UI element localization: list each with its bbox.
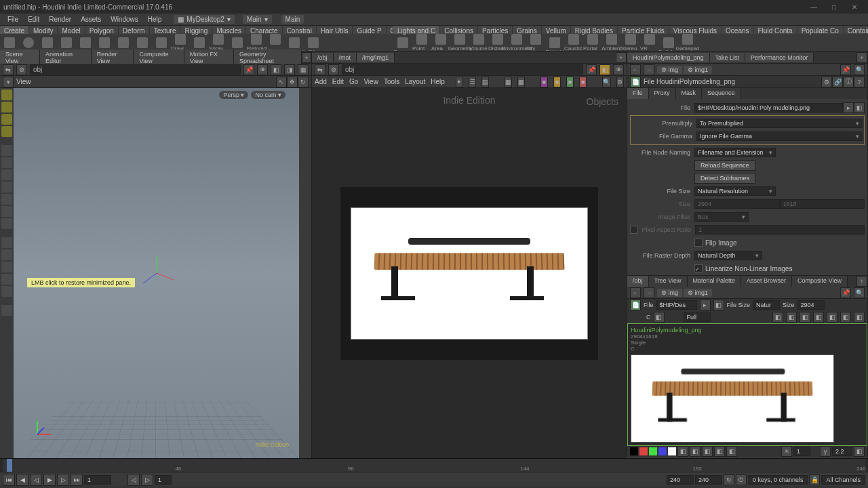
c4-icon[interactable]: ■ — [579, 77, 587, 87]
tool-portal[interactable]: Portal Light — [583, 34, 602, 52]
scene-path-input[interactable] — [30, 64, 241, 75]
plus-icon[interactable]: + — [856, 52, 867, 63]
desktop-selector[interactable]: ▦ MyDesktop2 ▾ — [174, 15, 235, 24]
c1-icon[interactable]: ■ — [540, 77, 548, 87]
bc-img1[interactable]: ⚙ img1 — [684, 66, 712, 74]
scale-tool[interactable] — [1, 126, 12, 137]
tool-camera[interactable]: Camera — [393, 34, 412, 52]
browse-icon[interactable]: ▸ — [700, 300, 711, 310]
last-frame-button[interactable]: ⏭ — [71, 474, 83, 486]
dropdown-depth[interactable]: Natural Depth — [694, 251, 762, 260]
tool-skylight[interactable]: Sky Light — [526, 34, 545, 52]
tool-gamepad[interactable]: Gamepad Camera — [678, 34, 697, 52]
gear-icon[interactable]: ⚙ — [328, 64, 339, 75]
shelf-tab-vellum[interactable]: Vellum — [542, 26, 571, 34]
tab-obj[interactable]: /obj — [312, 53, 334, 62]
tab-anim-editor[interactable]: Animation Editor — [40, 49, 92, 66]
pin-icon[interactable]: 📌 — [840, 287, 851, 298]
back-icon[interactable]: ← — [630, 64, 641, 75]
play-back-button[interactable]: ◁ — [30, 474, 42, 486]
menu-assets[interactable]: Assets — [77, 14, 105, 24]
swatch-green[interactable] — [649, 447, 657, 455]
3d-viewport[interactable]: Persp ▾ No cam ▾ LMB click to restore mi… — [14, 88, 299, 458]
bc2-img1[interactable]: ⚙ img1 — [684, 289, 712, 297]
ttab-obj[interactable]: /obj — [627, 276, 649, 287]
shelf-tab-fluidcont[interactable]: Fluid Conta — [754, 26, 797, 34]
gear-icon[interactable]: ⚙ — [16, 64, 27, 75]
keys-info-dropdown[interactable]: 0 keys, 0 channels — [748, 475, 808, 485]
menu-layout[interactable]: Layout — [405, 78, 425, 85]
plus-icon[interactable]: + — [302, 52, 311, 63]
tab-scene-view[interactable]: Scene View — [0, 49, 40, 66]
browser-filesize[interactable]: Natur — [753, 300, 780, 310]
help-icon[interactable]: ? — [854, 77, 865, 87]
pin-icon[interactable]: 📌 — [586, 64, 597, 75]
key-prev-button[interactable]: ◁ — [127, 474, 140, 486]
shelf-tab-texture[interactable]: Texture — [150, 26, 181, 34]
menu-edit[interactable]: Edit — [24, 14, 43, 24]
grid2-icon[interactable]: ▦ — [517, 77, 525, 87]
c2-icon[interactable]: ■ — [553, 77, 561, 87]
tab-node[interactable]: HoudiniPolymodeling_png — [627, 53, 710, 62]
shelf-tab-populate[interactable]: Populate Co — [797, 26, 844, 34]
browser-file[interactable]: $HIP/Des — [656, 300, 697, 310]
minimize-button[interactable]: — — [804, 3, 824, 11]
shelf-tab-polygon[interactable]: Polygon — [85, 26, 119, 34]
shelf-tab-rigging[interactable]: Rigging — [180, 26, 212, 34]
tool-stereocam[interactable]: Stereo Camera — [621, 34, 640, 52]
shelf-tab-deform[interactable]: Deform — [119, 26, 150, 34]
network-path-input[interactable] — [342, 64, 583, 75]
ref-icon[interactable]: ⇆ — [315, 64, 326, 75]
first-frame-button[interactable]: ⏮ — [3, 474, 15, 486]
snap4-tool[interactable] — [1, 194, 12, 205]
flag2-icon[interactable]: ◨ — [284, 64, 295, 75]
browse2-icon[interactable]: ◧ — [713, 300, 724, 310]
shelf-tab-model[interactable]: Model — [58, 26, 85, 34]
dropdown-gamma[interactable]: Ignore File Gamma — [696, 131, 863, 141]
b4-icon[interactable]: ◧ — [813, 312, 824, 323]
snap3-tool[interactable] — [1, 182, 12, 192]
tab-render-view[interactable]: Render View — [92, 49, 134, 66]
b6-icon[interactable]: ◧ — [840, 312, 851, 323]
button-reload[interactable]: Reload Sequence — [694, 160, 755, 171]
cc3-icon[interactable]: ◧ — [702, 446, 713, 457]
shelf-tab-modify[interactable]: Modify — [29, 26, 58, 34]
lock-icon[interactable]: 🔒 — [809, 474, 820, 485]
flag3-icon[interactable]: ▦ — [298, 64, 309, 75]
swatch-white[interactable] — [668, 447, 676, 455]
move-tool[interactable] — [1, 102, 12, 113]
play-button[interactable]: ▶ — [43, 474, 56, 486]
rotate-icon[interactable]: ↻ — [298, 77, 309, 87]
prev-frame-button[interactable]: ◀ — [16, 474, 28, 486]
wand-icon[interactable]: ✦ — [456, 77, 463, 87]
disp-tool-4[interactable] — [1, 274, 12, 285]
swatch-red[interactable] — [639, 447, 648, 455]
tab-takelist[interactable]: Take List — [710, 53, 746, 62]
shelf-tab-create[interactable]: Create — [0, 26, 29, 34]
menu-add[interactable]: Add — [315, 78, 327, 85]
plus-icon[interactable]: + — [616, 52, 627, 63]
ref-icon[interactable]: ⇆ — [3, 64, 14, 75]
ttab-tree[interactable]: Tree View — [649, 276, 688, 287]
tool-file[interactable]: File — [304, 34, 323, 52]
link-icon[interactable]: 🔗 — [832, 77, 843, 87]
menu-render[interactable]: Render — [45, 14, 75, 24]
shelf-tab-pfluids[interactable]: Particle Fluids — [618, 26, 669, 34]
disp-tool-1[interactable] — [1, 237, 12, 248]
camera-dropdown[interactable]: No cam ▾ — [251, 91, 285, 99]
menu-help[interactable]: Help — [144, 14, 166, 24]
pin-icon[interactable]: 📌 — [840, 64, 851, 75]
b2-icon[interactable]: ◧ — [786, 312, 797, 323]
tab-img[interactable]: /img/img1 — [357, 53, 395, 62]
menu-help[interactable]: Help — [431, 78, 445, 85]
list2-icon[interactable]: ▤ — [481, 77, 489, 87]
gear-icon[interactable]: ⚙ — [821, 77, 832, 87]
shelf-tab-grains[interactable]: Grains — [513, 26, 541, 34]
search-icon[interactable]: 🔍 — [854, 287, 865, 298]
b5-icon[interactable]: ◧ — [827, 312, 837, 323]
render-tool[interactable] — [1, 305, 12, 316]
menu-view[interactable]: View — [363, 78, 378, 85]
search-icon[interactable]: 🔍 — [854, 64, 865, 75]
disp-tool-3[interactable] — [1, 262, 12, 272]
shelf-tab-rigid[interactable]: Rigid Bodies — [571, 26, 618, 34]
